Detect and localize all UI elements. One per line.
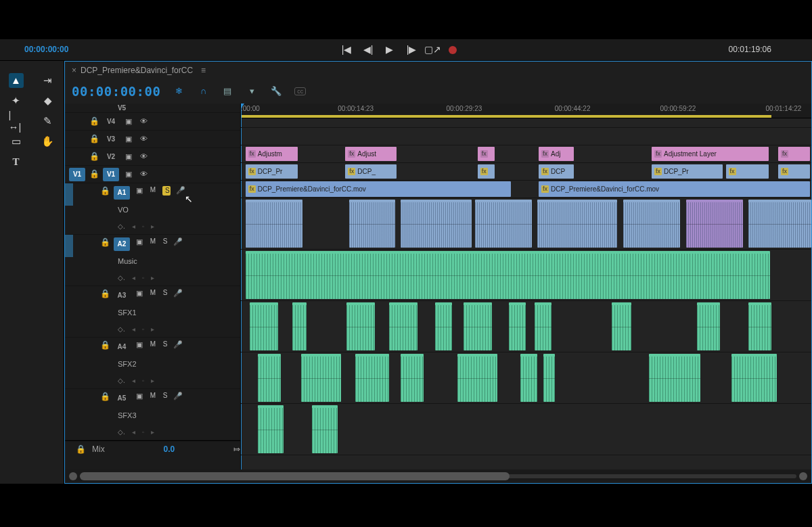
track-header-v1[interactable]: V1 🔒 V1 ▣ 👁 [65, 166, 240, 183]
type-tool-icon[interactable]: T [9, 154, 24, 169]
lock-icon[interactable]: 🔒 [89, 169, 99, 179]
timeline-canvas[interactable]: :00:0000:00:14:2300:00:29:2300:00:44:220… [241, 104, 811, 469]
mix-value[interactable]: 0.0 [164, 444, 175, 454]
sequence-timecode[interactable]: 00:00:00:00 [72, 85, 160, 98]
hand-tool-icon[interactable]: ✋ [41, 134, 55, 149]
reel-icon[interactable]: ▣ [134, 237, 145, 246]
selection-tool-icon[interactable]: ▲ [9, 73, 24, 88]
solo-button[interactable]: S [161, 237, 169, 246]
solo-button[interactable]: S [161, 392, 169, 400]
audio-clip[interactable] [748, 302, 771, 350]
track-header-v4[interactable]: 🔒 V4 ▣ 👁 [65, 113, 240, 131]
track-header-a1[interactable]: 🔒 A1 ▣ M S 🎤 VO ◇.◂◦▸ [65, 183, 240, 235]
clip[interactable]: fxDCP [539, 164, 574, 179]
keyframe-icon[interactable]: ◇. [118, 274, 125, 282]
eye-icon[interactable]: 👁 [138, 135, 149, 143]
reel-icon[interactable]: ▣ [123, 117, 134, 126]
step-back-icon[interactable]: ◀| [362, 44, 374, 56]
reel-icon[interactable]: ▣ [123, 135, 134, 143]
timeline-scrollbar[interactable] [65, 469, 811, 483]
clip[interactable]: fx [478, 147, 495, 161]
audio-clip[interactable] [389, 302, 418, 350]
audio-clip[interactable] [258, 354, 281, 402]
track-header-v2[interactable]: 🔒 V2 ▣ 👁 [65, 148, 240, 166]
audio-clip[interactable] [401, 200, 472, 248]
lock-icon[interactable]: 🔒 [89, 116, 99, 126]
audio-clip[interactable] [697, 302, 720, 350]
razor-tool-icon[interactable]: |↔| [9, 114, 24, 129]
solo-button[interactable]: S [161, 289, 169, 297]
voiceover-icon[interactable]: 🎤 [173, 289, 183, 298]
rectangle-tool-icon[interactable]: ▭ [9, 134, 24, 149]
audio-clip[interactable] [520, 354, 537, 402]
clip[interactable]: fxDCP_Premiere&Davinci_forCC.mov [246, 181, 511, 197]
zoom-handle-right[interactable] [799, 472, 807, 480]
mute-button[interactable]: M [149, 237, 157, 246]
keyframe-icon[interactable]: ◇. [118, 377, 125, 385]
lock-icon[interactable]: 🔒 [100, 237, 110, 247]
track-target-a2[interactable]: A2 [114, 237, 130, 251]
track-header-a3[interactable]: 🔒 A3 ▣ M S 🎤 SFX1 ◇.◂◦▸ [65, 286, 240, 338]
solo-button[interactable]: S [162, 186, 171, 196]
eye-icon[interactable]: 👁 [138, 117, 149, 126]
audio-clip[interactable] [543, 354, 555, 402]
audio-clip[interactable] [349, 200, 394, 248]
settings-icon[interactable]: 🔧 [270, 85, 282, 97]
clip[interactable]: fxDCP_Pr [246, 164, 298, 179]
track-header-v5[interactable]: V5 [65, 104, 240, 113]
reel-icon[interactable]: ▣ [134, 289, 145, 298]
linked-selection-icon[interactable]: ▤ [221, 85, 233, 97]
audio-clip[interactable] [649, 354, 700, 402]
audio-clip[interactable] [346, 302, 375, 350]
eye-icon[interactable]: 👁 [138, 170, 149, 179]
record-icon[interactable] [449, 46, 457, 54]
export-frame-icon[interactable]: ▢↗ [427, 44, 439, 56]
lock-icon[interactable]: 🔒 [100, 392, 110, 401]
voiceover-icon[interactable]: 🎤 [173, 237, 183, 246]
track-target-a1[interactable]: A1 [114, 186, 130, 200]
voiceover-icon[interactable]: 🎤 [173, 392, 183, 400]
audio-clip[interactable] [250, 302, 278, 350]
clip[interactable]: fxAdjustm [246, 147, 298, 161]
audio-clip[interactable] [312, 405, 338, 453]
clip[interactable]: fx [778, 147, 810, 161]
clip[interactable]: fxAdjust [345, 147, 397, 161]
mute-button[interactable]: M [149, 392, 157, 400]
keyframe-icon[interactable]: ◇. [118, 223, 125, 231]
source-patch-v1[interactable]: V1 [69, 168, 85, 181]
captions-icon[interactable]: cc [294, 87, 306, 96]
audio-clip[interactable] [401, 354, 424, 402]
audio-clip[interactable] [686, 200, 743, 248]
ripple-tool-icon[interactable]: ✦ [9, 93, 24, 108]
marker-icon[interactable]: ▾ [246, 85, 258, 97]
output-icon[interactable]: ⤇ [233, 444, 240, 454]
lock-icon[interactable]: 🔒 [100, 186, 110, 196]
audio-clip[interactable] [475, 200, 532, 248]
close-icon[interactable]: × [72, 66, 76, 75]
audio-clip[interactable] [457, 354, 497, 402]
audio-clip[interactable] [246, 200, 302, 248]
reel-icon[interactable]: ▣ [123, 152, 134, 161]
step-fwd-icon[interactable]: |▶ [405, 44, 418, 56]
audio-clip[interactable] [464, 302, 492, 350]
audio-clip[interactable] [301, 354, 341, 402]
audio-clip[interactable] [435, 302, 452, 350]
reel-icon[interactable]: ▣ [134, 392, 145, 400]
clip[interactable]: fx [778, 164, 810, 179]
lock-icon[interactable]: 🔒 [100, 340, 110, 350]
audio-clip[interactable] [355, 354, 390, 402]
track-header-v3[interactable]: 🔒 V3 ▣ 👁 [65, 131, 240, 148]
track-target-v1[interactable]: V1 [103, 168, 119, 181]
pen-tool-icon[interactable]: ✎ [41, 114, 55, 129]
mix-track[interactable]: 🔒 Mix 0.0 ⤇ [65, 440, 240, 458]
mute-button[interactable]: M [149, 340, 157, 348]
audio-clip[interactable] [258, 405, 284, 453]
audio-clip[interactable] [537, 200, 617, 248]
clip[interactable]: fx [478, 164, 495, 179]
clip[interactable]: fxAdjustment Layer [652, 147, 769, 161]
audio-clip[interactable] [246, 251, 771, 299]
clip[interactable]: fxDCP_ [345, 164, 397, 179]
audio-clip[interactable] [509, 302, 526, 350]
track-select-tool-icon[interactable]: ⇥ [41, 73, 55, 88]
eye-icon[interactable]: 👁 [138, 152, 149, 161]
